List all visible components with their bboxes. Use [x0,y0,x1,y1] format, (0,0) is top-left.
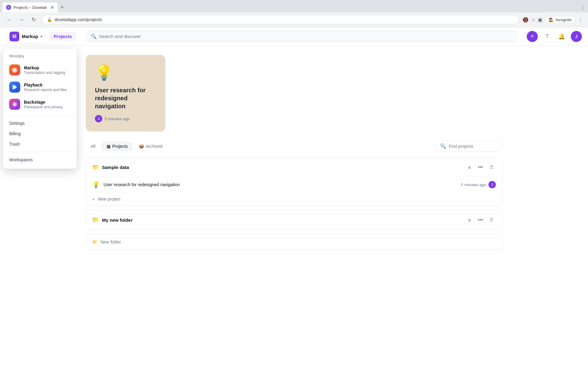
project-name-navigation: User research for redesigned navigation [104,182,457,187]
workspace-chevron-icon: ▾ [40,34,42,39]
user-avatar[interactable]: J [571,31,582,42]
refresh-button[interactable]: ↻ [29,15,38,24]
dropdown-item-backstage[interactable]: Backstage Participants and privacy [3,96,77,113]
search-input[interactable] [99,34,512,39]
backstage-icon [9,99,20,110]
folder-more-btn-new[interactable]: ••• [476,216,485,224]
project-avatar-navigation: J [488,181,496,188]
tab-title: Projects – Dovetail [13,5,47,10]
tab-favicon: D [6,5,11,10]
project-row-navigation[interactable]: 💡 User research for redesigned navigatio… [86,176,502,193]
incognito-badge: 🕵 Incognito [545,16,576,24]
help-button[interactable]: ? [541,31,552,42]
projects-search[interactable]: 🔍 [435,141,502,151]
workspaces-link[interactable]: Workspaces [3,155,77,165]
add-new-button[interactable]: + [527,31,538,42]
incognito-label: Incognito [556,17,572,22]
featured-card-icon: 💡 [95,64,156,81]
dropdown-item-playback[interactable]: Playback Research reports and files [3,79,77,96]
backstage-item-desc: Participants and privacy [24,105,63,109]
featured-section: 💡 User research for redesigned navigatio… [0,46,588,141]
playback-icon [9,82,20,93]
new-project-label: New project [98,197,120,201]
search-icon: 🔍 [91,33,97,39]
archived-tab-icon: 📦 [139,144,144,149]
tabs-row: All ▦ Projects 📦 Archived 🔍 [86,141,502,151]
workspace-button[interactable]: M Markup ▾ [6,29,46,44]
projects-search-icon: 🔍 [440,143,446,149]
new-project-plus-icon: + [92,197,95,201]
all-tab-label: All [91,144,96,149]
markup-item-desc: Transcription and tagging [24,71,65,75]
playback-item-desc: Research reports and files [24,88,67,92]
backstage-item-name: Backstage [24,100,63,105]
new-project-row-sample[interactable]: + New project [86,193,502,205]
settings-link[interactable]: Settings [3,118,77,128]
main-content: 💡 User research for redesigned navigatio… [0,46,588,250]
url-bar[interactable]: 🔒 dovetailapp.com/projects [42,15,519,24]
folder-icon-new: 📁 [92,217,99,223]
new-folder-label: New folder [100,240,121,244]
folder-grid-btn-new[interactable]: ⠿ [487,216,496,224]
back-button[interactable]: ← [5,15,13,24]
tab-grid-icon[interactable]: ▣ [538,17,542,23]
folder-section-new: 📁 My new folder ∨ ••• ⠿ [86,210,502,229]
workspace-dropdown: Moodjoy Markup Transcription and tagging [3,49,77,169]
dropdown-item-markup[interactable]: Markup Transcription and tagging [3,61,77,79]
lock-icon: 🔒 [47,17,52,22]
folder-name-sample: Sample data [102,165,462,170]
new-tab-button[interactable]: + [58,3,66,12]
markup-item-content: Markup Transcription and tagging [24,65,65,75]
list-area: All ▦ Projects 📦 Archived 🔍 📁 Sample dat… [0,141,588,250]
tab-all[interactable]: All [86,141,100,151]
url-text: dovetailapp.com/projects [55,17,102,22]
markup-item-name: Markup [24,65,65,70]
dropdown-divider-2 [3,152,77,152]
incognito-icon: 🕵 [549,17,554,22]
folder-header-new[interactable]: 📁 My new folder ∨ ••• ⠿ [86,211,502,229]
active-tab[interactable]: D Projects – Dovetail ✕ [2,2,58,12]
new-folder-icon: 📁 [92,240,97,244]
global-search-bar[interactable]: 🔍 [86,31,517,42]
featured-card[interactable]: 💡 User research for redesigned navigatio… [86,55,165,132]
folder-icon-sample: 📁 [92,164,99,171]
folder-collapse-btn-new[interactable]: ∨ [465,216,474,224]
new-folder-row[interactable]: 📁 New folder [86,235,502,249]
folder-actions-new: ∨ ••• ⠿ [465,216,496,224]
workspace-name: Markup [22,34,38,39]
tab-projects[interactable]: ▦ Projects [102,141,133,151]
projects-search-input[interactable] [449,144,498,149]
tab-end-icons: ⋮ [581,5,588,10]
featured-card-avatar: J [95,115,102,122]
chrome-menu-icon[interactable]: ⋮ [578,17,583,23]
trash-link[interactable]: Trash [3,139,77,149]
new-folder-section: 📁 New folder [86,234,502,250]
projects-nav-button[interactable]: Projects [49,32,76,41]
tab-close-btn[interactable]: ✕ [50,5,54,10]
browser-chrome: D Projects – Dovetail ✕ + ⋮ ← → ↻ 🔒 dove… [0,0,588,27]
project-icon-navigation: 💡 [92,181,100,188]
archived-tab-label: Archived [146,144,162,149]
folder-collapse-btn-sample[interactable]: ∧ [465,163,474,171]
backstage-item-content: Backstage Participants and privacy [24,100,63,109]
address-right-actions: 📵 ☆ ▣ 🕵 Incognito ⋮ [522,16,583,24]
project-time-navigation: 5 minutes ago [461,182,486,187]
star-icon[interactable]: ☆ [531,17,535,23]
folder-header-sample[interactable]: 📁 Sample data ∧ ••• ⠿ [86,158,502,176]
markup-icon [9,64,20,75]
folder-more-btn-sample[interactable]: ••• [476,163,485,171]
folder-grid-btn-sample[interactable]: ⠿ [487,163,496,171]
notifications-button[interactable]: 🔔 [556,31,567,42]
workspace-avatar: M [9,32,19,41]
forward-button[interactable]: → [17,15,26,24]
header-actions: + ? 🔔 J [527,31,582,42]
billing-link[interactable]: Billing [3,128,77,139]
dropdown-divider-1 [3,115,77,116]
screenshare-icon: 📵 [522,17,529,23]
project-meta-navigation: 5 minutes ago J [461,181,496,188]
folder-actions-sample: ∧ ••• ⠿ [465,163,496,171]
projects-tab-icon: ▦ [107,144,111,149]
dropdown-workspace-label: Moodjoy [3,52,77,61]
featured-card-meta: J 5 minutes ago [95,115,156,122]
tab-archived[interactable]: 📦 Archived [134,141,167,151]
